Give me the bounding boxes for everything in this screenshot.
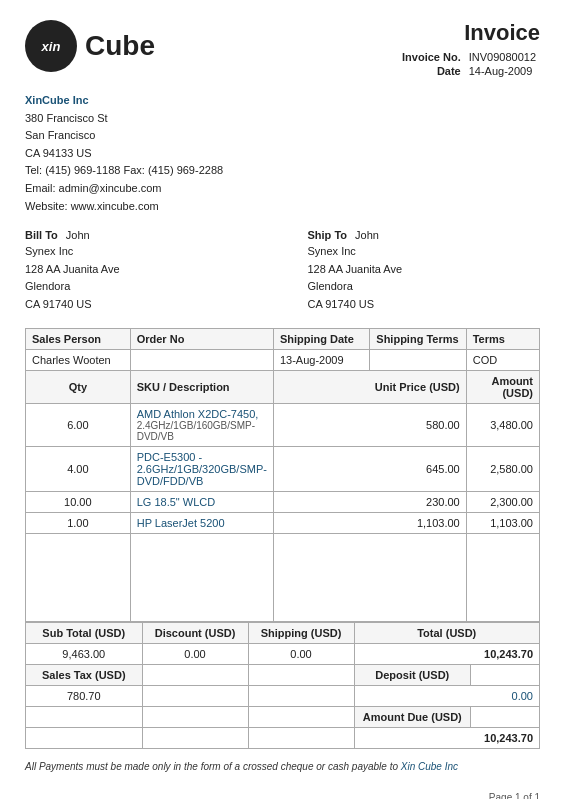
invoice-meta: Invoice No. INV09080012 Date 14-Aug-2009 bbox=[398, 50, 540, 78]
amount-due-label: Amount Due (USD) bbox=[354, 706, 471, 727]
subtotal-value: 9,463.00 bbox=[26, 643, 143, 664]
deposit-empty bbox=[471, 664, 540, 685]
amount-due-empty-2 bbox=[142, 706, 248, 727]
amount-due-empty-3 bbox=[248, 706, 354, 727]
item-desc-3: LG 18.5" WLCD bbox=[130, 491, 273, 512]
bill-to-label-row: Bill To John bbox=[25, 229, 258, 241]
logo-name: Cube bbox=[85, 30, 155, 62]
invoice-date-value: 14-Aug-2009 bbox=[465, 64, 540, 78]
main-table: Sales Person Order No Shipping Date Ship… bbox=[25, 328, 540, 622]
company-name: XinCube Inc bbox=[25, 92, 540, 110]
table-row: 1.00 HP LaserJet 5200 1,103.00 1,103.00 bbox=[26, 512, 540, 533]
deposit-label: Deposit (USD) bbox=[354, 664, 471, 685]
invoice-date-label: Date bbox=[398, 64, 465, 78]
invoice-number-value: INV09080012 bbox=[465, 50, 540, 64]
col-header-shipping-terms: Shipping Terms bbox=[370, 328, 466, 349]
item-sku-name-4: HP LaserJet 5200 bbox=[137, 517, 267, 529]
spacer-row bbox=[26, 533, 540, 555]
totals-row-5: 10,243.70 bbox=[26, 727, 540, 748]
item-unit-2: 645.00 bbox=[273, 446, 466, 491]
totals-row-4: Amount Due (USD) bbox=[26, 706, 540, 727]
bill-to-section: Bill To John Synex Inc 128 AA Juanita Av… bbox=[25, 229, 268, 313]
bill-to-label: Bill To bbox=[25, 229, 58, 241]
bill-to-address2: Glendora bbox=[25, 278, 258, 296]
item-sku-name-1: AMD Athlon X2DC-7450, bbox=[137, 408, 267, 420]
item-qty-3: 10.00 bbox=[26, 491, 131, 512]
ship-to-address3: CA 91740 US bbox=[308, 296, 541, 314]
bill-to-company: Synex Inc bbox=[25, 243, 258, 261]
amount-due-value: 10,243.70 bbox=[354, 727, 540, 748]
footer-note-company: Xin Cube Inc bbox=[401, 761, 458, 772]
order-sales-person: Charles Wooten bbox=[26, 349, 131, 370]
totals-row-2: Sales Tax (USD) Deposit (USD) bbox=[26, 664, 540, 685]
company-address3: CA 94133 US bbox=[25, 145, 540, 163]
table-row: 6.00 AMD Athlon X2DC-7450, 2.4GHz/1GB/16… bbox=[26, 403, 540, 446]
item-col-amount: Amount (USD) bbox=[466, 370, 539, 403]
totals-table: Sub Total (USD) Discount (USD) Shipping … bbox=[25, 622, 540, 749]
ship-to-address: Synex Inc 128 AA Juanita Ave Glendora CA… bbox=[308, 243, 541, 313]
deposit-value: 0.00 bbox=[354, 685, 540, 706]
totals-col-discount: Discount (USD) bbox=[142, 622, 248, 643]
table-row: 10.00 LG 18.5" WLCD 230.00 2,300.00 bbox=[26, 491, 540, 512]
invoice-title-area: Invoice Invoice No. INV09080012 Date 14-… bbox=[398, 20, 540, 78]
amount-due-empty-6 bbox=[142, 727, 248, 748]
ship-to-company: Synex Inc bbox=[308, 243, 541, 261]
company-email: Email: admin@xincube.com bbox=[25, 180, 540, 198]
item-qty-1: 6.00 bbox=[26, 403, 131, 446]
invoice-number-label: Invoice No. bbox=[398, 50, 465, 64]
order-shipping-date: 13-Aug-2009 bbox=[273, 349, 369, 370]
ship-to-address2: Glendora bbox=[308, 278, 541, 296]
col-header-order-no: Order No bbox=[130, 328, 273, 349]
sales-tax-empty-2 bbox=[248, 664, 354, 685]
item-amount-2: 2,580.00 bbox=[466, 446, 539, 491]
bill-to-address: Synex Inc 128 AA Juanita Ave Glendora CA… bbox=[25, 243, 258, 313]
col-header-shipping-date: Shipping Date bbox=[273, 328, 369, 349]
ship-to-label: Ship To bbox=[308, 229, 348, 241]
footer-note: All Payments must be made only in the fo… bbox=[25, 761, 540, 772]
ship-to-label-row: Ship To John bbox=[308, 229, 541, 241]
company-info: XinCube Inc 380 Francisco St San Francis… bbox=[25, 92, 540, 215]
spacer-row bbox=[26, 577, 540, 599]
order-order-no bbox=[130, 349, 273, 370]
item-desc-1: AMD Athlon X2DC-7450, 2.4GHz/1GB/160GB/S… bbox=[130, 403, 273, 446]
sales-tax-value: 780.70 bbox=[26, 685, 143, 706]
item-amount-3: 2,300.00 bbox=[466, 491, 539, 512]
item-sku-desc-1: 2.4GHz/1GB/160GB/SMP-DVD/VB bbox=[137, 420, 267, 442]
discount-value: 0.00 bbox=[142, 643, 248, 664]
footer-note-prefix: All Payments must be made only in the fo… bbox=[25, 761, 401, 772]
amount-due-empty-5 bbox=[26, 727, 143, 748]
item-sku-name-3: LG 18.5" WLCD bbox=[137, 496, 267, 508]
page-number: Page 1 of 1 bbox=[25, 792, 540, 799]
shipping-value: 0.00 bbox=[248, 643, 354, 664]
order-info-row: Charles Wooten 13-Aug-2009 COD bbox=[26, 349, 540, 370]
item-desc-4: HP LaserJet 5200 bbox=[130, 512, 273, 533]
total-value: 10,243.70 bbox=[354, 643, 540, 664]
item-amount-4: 1,103.00 bbox=[466, 512, 539, 533]
item-col-qty: Qty bbox=[26, 370, 131, 403]
item-col-unit-price: Unit Price (USD) bbox=[273, 370, 466, 403]
spacer-row bbox=[26, 599, 540, 621]
order-terms: COD bbox=[466, 349, 539, 370]
amount-due-empty-7 bbox=[248, 727, 354, 748]
ship-to-address1: 128 AA Juanita Ave bbox=[308, 261, 541, 279]
item-qty-2: 4.00 bbox=[26, 446, 131, 491]
logo-circle-text: xin bbox=[42, 39, 61, 54]
invoice-header: xin Cube Invoice Invoice No. INV09080012… bbox=[25, 20, 540, 78]
logo-area: xin Cube bbox=[25, 20, 155, 72]
item-unit-1: 580.00 bbox=[273, 403, 466, 446]
bill-to-address3: CA 91740 US bbox=[25, 296, 258, 314]
totals-row-3: 780.70 0.00 bbox=[26, 685, 540, 706]
invoice-title: Invoice bbox=[398, 20, 540, 46]
bill-to-address1: 128 AA Juanita Ave bbox=[25, 261, 258, 279]
totals-col-total: Total (USD) bbox=[354, 622, 540, 643]
table-row: 4.00 PDC-E5300 - 2.6GHz/1GB/320GB/SMP-DV… bbox=[26, 446, 540, 491]
item-desc-2: PDC-E5300 - 2.6GHz/1GB/320GB/SMP-DVD/FDD… bbox=[130, 446, 273, 491]
item-amount-1: 3,480.00 bbox=[466, 403, 539, 446]
company-tel: Tel: (415) 969-1188 Fax: (415) 969-2288 bbox=[25, 162, 540, 180]
company-address1: 380 Francisco St bbox=[25, 110, 540, 128]
item-sku-name-2: PDC-E5300 - 2.6GHz/1GB/320GB/SMP-DVD/FDD… bbox=[137, 451, 267, 487]
company-website: Website: www.xincube.com bbox=[25, 198, 540, 216]
sales-tax-empty-1 bbox=[142, 664, 248, 685]
totals-row-1: 9,463.00 0.00 0.00 10,243.70 bbox=[26, 643, 540, 664]
item-col-sku: SKU / Description bbox=[130, 370, 273, 403]
